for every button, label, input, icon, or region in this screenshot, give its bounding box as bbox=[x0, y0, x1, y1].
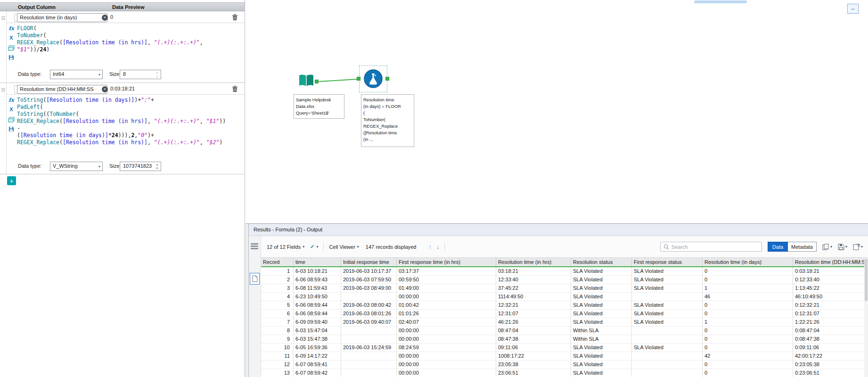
cell[interactable]: SLA Violated bbox=[571, 276, 632, 284]
select-fields-button[interactable]: ✓ ▾ bbox=[310, 244, 318, 250]
column-header[interactable]: Resolution time (in hrs) bbox=[496, 258, 571, 266]
column-header[interactable]: Initial response time bbox=[341, 258, 397, 266]
column-header[interactable]: time bbox=[294, 258, 341, 266]
insert-variable-icon[interactable]: X bbox=[7, 35, 16, 43]
grid-scrollbar[interactable] bbox=[864, 258, 868, 377]
cell[interactable]: 8 bbox=[261, 327, 294, 335]
delete-expression-button[interactable] bbox=[232, 14, 239, 22]
cell[interactable]: 13 bbox=[261, 369, 294, 377]
cell[interactable]: 6-07 08:59:42 bbox=[294, 369, 341, 377]
column-header[interactable]: Record bbox=[261, 258, 294, 266]
cell[interactable]: 00:00:00 bbox=[397, 335, 496, 344]
cell[interactable]: SLA Violated bbox=[632, 344, 703, 352]
fields-summary-dropdown[interactable]: 12 of 12 Fields ▾ bbox=[267, 244, 304, 250]
cell[interactable]: SLA Violated bbox=[571, 284, 632, 293]
cell[interactable]: SLA Violated bbox=[571, 310, 632, 318]
cell[interactable]: 08:47:04 bbox=[496, 327, 571, 335]
cell[interactable]: SLA Violated bbox=[571, 267, 632, 276]
expression-editor[interactable]: ToString([Resolution time (in days)])+":… bbox=[17, 97, 241, 146]
cell[interactable]: 12:32:21 bbox=[496, 301, 571, 310]
column-header[interactable]: Resolution status bbox=[571, 258, 632, 266]
output-anchor[interactable] bbox=[315, 80, 319, 83]
cell[interactable] bbox=[341, 335, 397, 344]
cell[interactable]: SLA Violated bbox=[571, 344, 632, 352]
cell[interactable]: Within SLA bbox=[571, 327, 632, 335]
cell[interactable]: SLA Violated bbox=[632, 318, 703, 327]
open-new-window-button[interactable]: ▾ bbox=[853, 244, 863, 250]
cell[interactable]: 6-09 14:17:22 bbox=[294, 352, 341, 361]
copy-results-button[interactable]: ▾ bbox=[822, 244, 832, 250]
cell[interactable]: 0:08:47:38 bbox=[793, 335, 868, 344]
cell[interactable]: 42 bbox=[703, 352, 793, 361]
cell[interactable]: 12:31:07 bbox=[496, 310, 571, 318]
cell[interactable]: 10 bbox=[261, 344, 294, 352]
cell-viewer-dropdown[interactable]: Cell Viewer ▾ bbox=[329, 244, 359, 250]
cell[interactable]: 0:23:05:38 bbox=[793, 361, 868, 369]
formula-tool[interactable] bbox=[363, 69, 383, 89]
cell[interactable]: 46:21:26 bbox=[496, 318, 571, 327]
cell[interactable]: 03:17:37 bbox=[397, 267, 496, 276]
cell[interactable]: 12 bbox=[261, 361, 294, 369]
drag-handle-icon[interactable] bbox=[1, 88, 5, 91]
data-type-select[interactable]: Int64 ▾ bbox=[50, 70, 103, 79]
cell[interactable]: 2019-06-03 07:59:50 bbox=[341, 276, 397, 284]
cell[interactable]: 00:00:00 bbox=[397, 361, 496, 369]
search-field[interactable] bbox=[660, 242, 762, 252]
cell[interactable]: 2019-06-03 08:01:26 bbox=[341, 310, 397, 318]
cell[interactable]: 6-03 15:47:04 bbox=[294, 327, 341, 335]
input-anchor[interactable] bbox=[357, 77, 360, 81]
cell[interactable]: SLA Violated bbox=[632, 301, 703, 310]
cell[interactable]: 2019-06-03 15:24:59 bbox=[341, 344, 397, 352]
cell[interactable]: 08:47:38 bbox=[496, 335, 571, 344]
cell[interactable]: 0:12:33:40 bbox=[793, 276, 868, 284]
cell[interactable] bbox=[632, 369, 703, 377]
cell[interactable] bbox=[341, 369, 397, 377]
cell[interactable]: 7 bbox=[261, 318, 294, 327]
scrollbar-thumb[interactable] bbox=[865, 259, 868, 301]
cell[interactable]: 2 bbox=[261, 276, 294, 284]
cell[interactable]: SLA Violated bbox=[571, 369, 632, 377]
cell[interactable]: 08:24:59 bbox=[397, 344, 496, 352]
column-header[interactable]: Resolution time (in days) bbox=[703, 258, 793, 266]
cell[interactable]: 0 bbox=[703, 267, 793, 276]
cell[interactable]: 9 bbox=[261, 335, 294, 344]
cell[interactable]: SLA Violated bbox=[571, 301, 632, 310]
cell[interactable]: 1114:49:50 bbox=[496, 293, 571, 301]
cell[interactable]: 6 bbox=[261, 310, 294, 318]
metadata-tab-button[interactable]: Metadata bbox=[788, 242, 817, 252]
cell[interactable]: 6-03 10:18:21 bbox=[294, 267, 341, 276]
cell[interactable]: 46 bbox=[703, 293, 793, 301]
cell[interactable]: 37:45:22 bbox=[496, 284, 571, 293]
input-tool-annotation[interactable]: Sample HelpdeskData.xlsxQuery='Sheet1$' bbox=[294, 94, 344, 119]
cell[interactable]: 6-05 16:59:36 bbox=[294, 344, 341, 352]
cell[interactable]: 2019-06-03 08:49:00 bbox=[341, 284, 397, 293]
size-input[interactable]: 1073741823 ▴▾ bbox=[120, 162, 161, 171]
cell[interactable]: 03:18:21 bbox=[496, 267, 571, 276]
cell[interactable]: 6-06 08:59:44 bbox=[294, 310, 341, 318]
cell[interactable]: 4 bbox=[261, 293, 294, 301]
cell[interactable]: 1008:17:22 bbox=[496, 352, 571, 361]
cell[interactable]: 1 bbox=[703, 284, 793, 293]
cell[interactable]: 0 bbox=[703, 361, 793, 369]
panel-splitter[interactable] bbox=[245, 224, 248, 377]
column-header[interactable]: First response status bbox=[632, 258, 703, 266]
cell[interactable] bbox=[341, 352, 397, 361]
cell[interactable]: 6-06 08:59:43 bbox=[294, 276, 341, 284]
cell[interactable]: 1 bbox=[261, 267, 294, 276]
cell[interactable]: SLA Violated bbox=[571, 318, 632, 327]
insert-function-icon[interactable]: fx bbox=[7, 25, 16, 33]
save-expression-icon[interactable] bbox=[7, 54, 16, 62]
cell[interactable]: 0 bbox=[703, 276, 793, 284]
column-header[interactable]: Resolution time (DD:HH:MM:SS) bbox=[793, 258, 868, 266]
cell[interactable]: 6-07 08:59:41 bbox=[294, 361, 341, 369]
spinner-icons[interactable]: ▴▾ bbox=[155, 163, 160, 171]
cell[interactable]: 01:49:00 bbox=[397, 284, 496, 293]
cell[interactable]: 01:00:42 bbox=[397, 301, 496, 310]
cell[interactable]: 02:40:07 bbox=[397, 318, 496, 327]
cell[interactable] bbox=[341, 327, 397, 335]
cell[interactable]: 1:22:21:26 bbox=[793, 318, 868, 327]
cell[interactable]: 0 bbox=[703, 327, 793, 335]
input-data-tool[interactable] bbox=[296, 72, 316, 91]
clear-column-icon[interactable]: × bbox=[102, 86, 108, 92]
spinner-icons[interactable]: ▴▾ bbox=[155, 71, 160, 79]
